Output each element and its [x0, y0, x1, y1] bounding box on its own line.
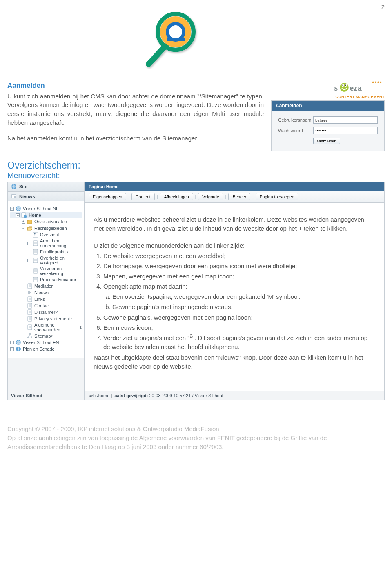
list-item-4a: Een overzichtspagina, weergegeven door e… [112, 292, 375, 301]
intro-paragraph-1: U kunt zich aanmelden bij het CMS kan do… [7, 92, 264, 127]
tab-afbeeldingen[interactable]: Afbeeldingen [160, 193, 193, 200]
svg-text:eza: eza [350, 83, 362, 93]
tree-toggle-icon[interactable]: + [27, 259, 31, 262]
tree-item[interactable]: Familiepraktijk [10, 249, 82, 255]
tree-toggle-icon[interactable]: − [16, 213, 20, 217]
tree-item[interactable]: +Overheid en vastgoed [10, 255, 82, 266]
list-item-2: De homepage, weergegeven door een pagina… [103, 262, 375, 271]
main-content: Als u meerdere websites beheerd ziet u d… [85, 203, 384, 391]
page-footer: Copyright © 2007 - 2009, IXP internet so… [7, 424, 385, 451]
tree-item[interactable]: Mediation [10, 283, 82, 289]
tab-volgorde[interactable]: Volgorde [198, 193, 223, 200]
tree-toggle-icon[interactable]: + [10, 347, 14, 351]
login-button[interactable]: aanmelden [313, 138, 340, 144]
tree-item-label: Contact [34, 303, 50, 308]
password-input[interactable] [313, 127, 378, 134]
svg-rect-18 [12, 195, 16, 196]
tree-item-label: Onze advocaten [34, 219, 67, 224]
tab-content[interactable]: Content [131, 193, 155, 200]
password-label: Wachtwoord [278, 128, 313, 133]
username-label: Gebruikersnaam [278, 118, 313, 122]
svg-rect-4 [177, 38, 185, 41]
login-panel: Aanmelden Gebruikersnaam Wachtwoord aanm… [271, 100, 385, 151]
tree-item-label: Nieuws [34, 290, 49, 295]
svg-rect-70 [29, 333, 31, 335]
svg-text:s: s [334, 83, 338, 93]
list-item-1: De website weergegeven met een wereldbol… [103, 251, 375, 260]
tree-item[interactable]: Nieuws [10, 289, 82, 296]
tree-item-label: Overzicht [40, 232, 59, 237]
svg-rect-30 [33, 249, 38, 254]
svg-rect-66 [28, 325, 32, 330]
sidebar-header-news-label: Nieuws [19, 194, 35, 199]
tree-item[interactable]: +Arbeid en onderneming [10, 238, 82, 249]
list-item-5: Gewone pagina's, weergegeven met een pag… [103, 313, 375, 322]
list-item-3: Mappen, weergegeven met een geel map ico… [103, 272, 375, 281]
svg-point-23 [24, 215, 27, 218]
svg-point-5 [372, 82, 374, 83]
tree-item[interactable]: Disclaimer2 [10, 309, 82, 316]
svg-rect-26 [33, 241, 38, 246]
sidebar-header-site[interactable]: Site [8, 182, 84, 191]
username-input[interactable] [313, 116, 378, 124]
tab-beheer[interactable]: Beheer [228, 193, 250, 200]
tree-item-label: Arbeid en onderneming [40, 238, 82, 248]
svg-point-6 [375, 82, 376, 83]
list-item-6: Een nieuws icoon; [103, 323, 375, 332]
svg-rect-19 [12, 196, 14, 197]
tree-toggle-icon[interactable]: − [10, 207, 14, 211]
intro-paragraph-2: Na het aanmelden komt u in het overzicht… [7, 134, 264, 143]
tree-item[interactable]: Procesadvocatuur [10, 276, 82, 283]
tree-item-label: Visser Silfhout EN [23, 340, 59, 345]
aanmelden-heading: Aanmelden [7, 81, 264, 91]
footer-breadcrumb: Visser Silfhout [8, 391, 85, 400]
tree-toggle-icon[interactable]: + [22, 220, 25, 224]
tab-separator: | [128, 195, 129, 199]
svg-point-8 [380, 82, 382, 83]
tree-item-label: Overheid en vastgoed [40, 256, 82, 265]
footer-status: url: /home | laatst gewijzigd: 20-03-200… [85, 391, 384, 400]
svg-rect-20 [12, 197, 14, 198]
svg-rect-54 [28, 303, 32, 308]
svg-rect-38 [33, 269, 38, 273]
svg-rect-46 [28, 284, 32, 289]
tree-item[interactable]: Links [10, 296, 82, 302]
tab-eigenschappen[interactable]: Eigenschappen [89, 193, 126, 200]
tree-item-label: Sitemap [34, 333, 51, 338]
copyright-line-1: Copyright © 2007 - 2009, IXP internet so… [7, 424, 385, 433]
brand-subtitle: CONTENT MANAGEMENT [271, 95, 385, 99]
tab-separator: | [195, 195, 196, 199]
tree-item[interactable]: Sitemap2 [10, 333, 82, 339]
tree-item[interactable]: Privacy statement2 [10, 316, 82, 322]
menuoverzicht-heading: Menuoverzicht: [7, 171, 385, 180]
tree-item-label: Algemene voorwaarden [34, 322, 79, 332]
tree-item[interactable]: ΣOverzicht [10, 231, 82, 238]
body-paragraph-2: Naast het uitgeklapte deel staat bovenin… [94, 353, 375, 371]
tab-pagina-toevoegen[interactable]: Pagina toevoegen [256, 193, 298, 200]
tree-toggle-icon[interactable]: + [10, 341, 14, 344]
tree-item[interactable]: +Visser Silfhout EN [10, 339, 82, 346]
brand-logo: s eza CONTENT MANAGEMENT [271, 81, 385, 99]
sidebar-header-news[interactable]: Nieuws [8, 191, 84, 201]
tree-item[interactable]: −Rechtsgebieden [10, 225, 82, 231]
site-tree: −Visser Silfhout NL−Home+Onze advocaten−… [8, 201, 84, 358]
tree-item[interactable]: +Onze advocaten [10, 218, 82, 225]
tree-item-label: Rechtsgebieden [34, 226, 67, 231]
globe-icon [11, 184, 17, 189]
tree-item[interactable]: Contact [10, 302, 82, 309]
tree-item[interactable]: Algemene voorwaarden2 [10, 322, 82, 333]
login-header: Aanmelden [272, 101, 384, 111]
tree-item[interactable]: Vervoer en verzekering [10, 266, 82, 276]
tree-item[interactable]: −Home [10, 212, 82, 218]
tree-item-label: Plan en Schade [23, 347, 55, 351]
tree-item[interactable]: +Plan en Schade [10, 346, 82, 352]
tree-item[interactable]: −Visser Silfhout NL [10, 205, 82, 212]
tree-item-label: Disclaimer [34, 310, 55, 315]
tab-separator: | [252, 195, 254, 199]
sidebar-header-site-label: Site [19, 184, 27, 189]
tree-item-label: Familiepraktijk [40, 249, 69, 254]
tree-toggle-icon[interactable]: + [27, 242, 31, 245]
tree-toggle-icon[interactable]: − [22, 227, 25, 230]
tree-item-label: Visser Silfhout NL [23, 206, 58, 211]
svg-rect-71 [27, 337, 29, 338]
